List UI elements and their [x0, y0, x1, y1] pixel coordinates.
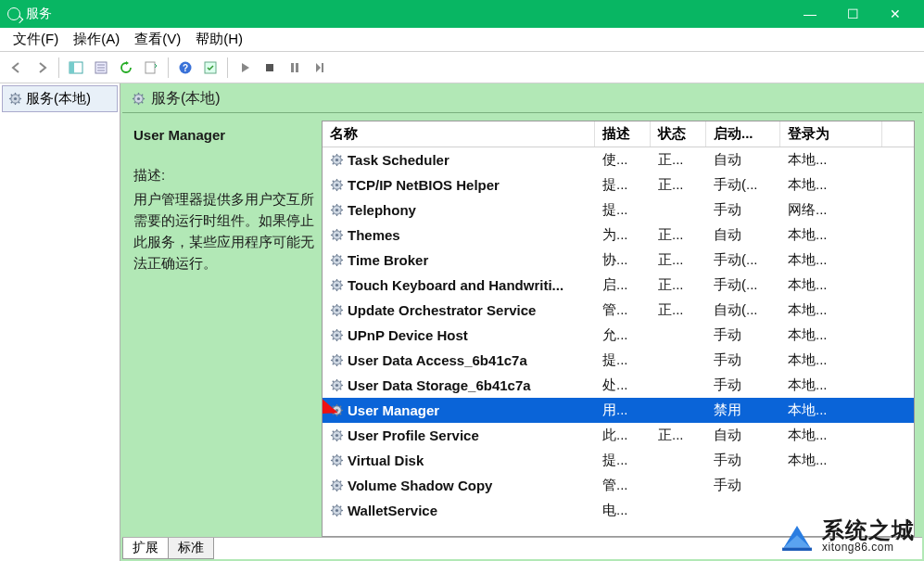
start-service-button[interactable] [234, 57, 256, 79]
action-list-button[interactable] [199, 57, 222, 79]
svg-line-167 [333, 481, 334, 482]
svg-line-77 [333, 256, 334, 257]
service-row[interactable]: User Data Access_6b41c7a提...手动本地... [323, 348, 914, 373]
show-hide-tree-button[interactable] [65, 57, 87, 79]
svg-line-19 [11, 102, 12, 103]
service-desc-cell: 此... [595, 427, 651, 444]
svg-line-127 [333, 381, 334, 382]
detail-pane: User Manager 描述: 用户管理器提供多用户交互所需要的运行时组件。如… [122, 113, 322, 537]
service-row[interactable]: Volume Shadow Copy管...手动 [323, 473, 914, 498]
svg-line-180 [340, 506, 341, 507]
forward-button[interactable] [31, 57, 53, 79]
gear-icon [330, 478, 344, 492]
service-row[interactable]: User Manager用...禁用本地... [323, 398, 914, 423]
menu-action[interactable]: 操作(A) [66, 29, 127, 50]
service-state-cell: 正... [651, 427, 706, 444]
column-header-status[interactable]: 状态 [651, 121, 706, 147]
gear-icon [330, 178, 344, 192]
svg-rect-8 [291, 63, 294, 72]
pause-service-button[interactable] [284, 57, 306, 79]
main-area: 服务(本地) 服务(本地) User Manager 描述: 用户管理器提供多用… [0, 83, 924, 561]
svg-line-160 [340, 456, 341, 457]
svg-line-117 [333, 356, 334, 357]
column-header-logon[interactable]: 登录为 [780, 121, 882, 147]
service-name-cell: User Profile Service [348, 427, 479, 443]
svg-line-30 [142, 95, 143, 96]
svg-point-112 [335, 359, 338, 362]
toolbar: ? [0, 52, 924, 83]
export-list-button[interactable] [90, 57, 112, 79]
svg-line-28 [142, 102, 143, 103]
svg-point-62 [335, 234, 338, 236]
service-start-cell: 手动 [706, 477, 780, 494]
service-row[interactable]: Themes为...正...自动本地... [323, 223, 914, 248]
service-row[interactable]: UPnP Device Host允...手动本地... [323, 323, 914, 348]
svg-line-59 [333, 213, 334, 214]
maximize-button[interactable]: ☐ [831, 0, 874, 28]
help-button[interactable]: ? [174, 57, 196, 79]
svg-line-88 [340, 288, 341, 289]
description-label: 描述: [133, 164, 314, 185]
service-row[interactable]: TCP/IP NetBIOS Helper提...正...手动(...本地... [323, 172, 914, 198]
tab-extended[interactable]: 扩展 [122, 538, 169, 559]
svg-line-57 [333, 206, 334, 207]
service-name-cell: Volume Shadow Copy [348, 478, 492, 493]
service-row[interactable]: Touch Keyboard and Handwriti...启...正...手… [323, 273, 914, 298]
service-row[interactable]: Update Orchestrator Service管...正...自动(..… [323, 298, 914, 323]
column-header-description[interactable]: 描述 [595, 121, 651, 147]
gear-icon [330, 153, 344, 167]
service-row[interactable]: Virtual Disk提...手动本地... [323, 448, 914, 473]
menu-help[interactable]: 帮助(H) [188, 29, 250, 50]
svg-rect-181 [782, 548, 812, 551]
service-desc-cell: 提... [595, 351, 651, 369]
service-desc-cell: 允... [595, 326, 651, 344]
svg-line-79 [333, 263, 334, 264]
service-name-cell: Telephony [348, 202, 416, 218]
menu-file[interactable]: 文件(F) [6, 29, 66, 50]
minimize-button[interactable]: — [789, 0, 831, 28]
back-button[interactable] [6, 57, 28, 79]
watermark-text-cn: 系统之城 [822, 518, 915, 542]
service-logon-cell: 本地... [780, 226, 882, 244]
service-state-cell: 正... [651, 151, 706, 169]
service-name-cell: Virtual Disk [348, 453, 424, 468]
svg-line-129 [333, 389, 334, 389]
watermark: 系统之城 xitong86.com [778, 516, 915, 555]
properties-button[interactable] [140, 57, 162, 79]
svg-line-169 [333, 489, 334, 490]
svg-line-39 [333, 163, 334, 164]
tab-standard[interactable]: 标准 [168, 538, 214, 559]
gear-icon [330, 278, 344, 292]
services-list: 名称 描述 状态 启动... 登录为 Task Scheduler使...正..… [322, 121, 915, 537]
column-header-startup[interactable]: 启动... [706, 121, 780, 147]
svg-line-97 [333, 306, 334, 307]
menu-bar: 文件(F) 操作(A) 查看(V) 帮助(H) [0, 28, 924, 52]
service-row[interactable]: Telephony提...手动网络... [323, 198, 914, 223]
service-row[interactable]: Task Scheduler使...正...自动本地... [323, 147, 914, 172]
service-row[interactable]: User Profile Service此...正...自动本地... [323, 423, 914, 448]
svg-line-179 [333, 514, 334, 515]
service-name-cell: Themes [348, 227, 400, 243]
svg-line-48 [340, 188, 341, 189]
restart-service-button[interactable] [309, 57, 331, 79]
service-desc-cell: 协... [595, 251, 651, 269]
service-logon-cell: 本地... [780, 351, 882, 369]
svg-line-119 [333, 363, 334, 364]
close-button[interactable]: ✕ [874, 0, 917, 28]
svg-point-32 [335, 159, 338, 161]
column-header-name[interactable]: 名称 [323, 121, 595, 147]
tree-node-services-local[interactable]: 服务(本地) [2, 85, 118, 112]
stop-service-button[interactable] [259, 57, 281, 79]
refresh-button[interactable] [115, 57, 137, 79]
menu-view[interactable]: 查看(V) [127, 29, 188, 50]
svg-line-140 [340, 406, 341, 407]
service-row[interactable]: User Data Storage_6b41c7a处...手动本地... [323, 373, 914, 398]
list-body[interactable]: Task Scheduler使...正...自动本地...TCP/IP NetB… [323, 147, 914, 536]
svg-point-12 [14, 97, 17, 100]
title-bar: 服务 — ☐ ✕ [0, 0, 924, 28]
gear-icon [132, 92, 146, 106]
service-name-cell: User Manager [348, 402, 439, 418]
service-row[interactable]: Time Broker协...正...手动(...本地... [323, 248, 914, 273]
service-state-cell: 正... [651, 176, 706, 194]
svg-rect-7 [266, 64, 273, 71]
